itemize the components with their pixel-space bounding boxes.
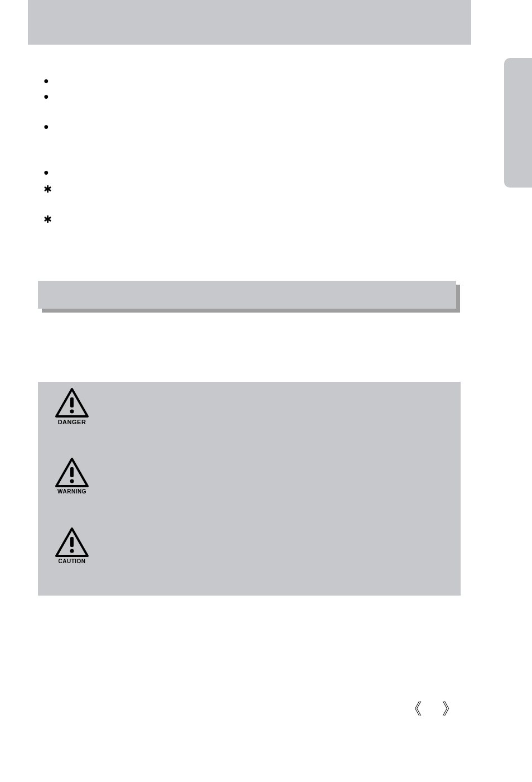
dot-bullet-icon: ● [43,76,49,86]
danger-symbol: DANGER [55,387,89,425]
asterisk-bullet-icon: ✱ [43,213,52,226]
svg-rect-1 [70,397,74,407]
dot-bullet-icon: ● [43,122,49,132]
warning-definitions-panel: DANGERWARNINGCAUTION [38,382,461,596]
svg-point-8 [70,549,74,553]
asterisk-bullet-icon: ✱ [43,183,52,195]
warning-label: WARNING [55,488,89,495]
danger-label: DANGER [55,419,89,425]
svg-point-5 [70,479,74,483]
warning-symbol: WARNING [55,457,89,495]
caution-label: CAUTION [55,558,89,564]
svg-rect-4 [70,467,74,477]
double-angle-brackets: 《 》 [405,698,467,721]
dot-bullet-icon: ● [43,167,49,177]
header-band [28,0,471,45]
svg-rect-7 [70,537,74,547]
side-thumb-tab [504,58,532,188]
dot-bullet-icon: ● [43,92,49,102]
caution-symbol: CAUTION [55,527,89,564]
section-bar [38,281,456,309]
svg-point-2 [70,410,74,414]
